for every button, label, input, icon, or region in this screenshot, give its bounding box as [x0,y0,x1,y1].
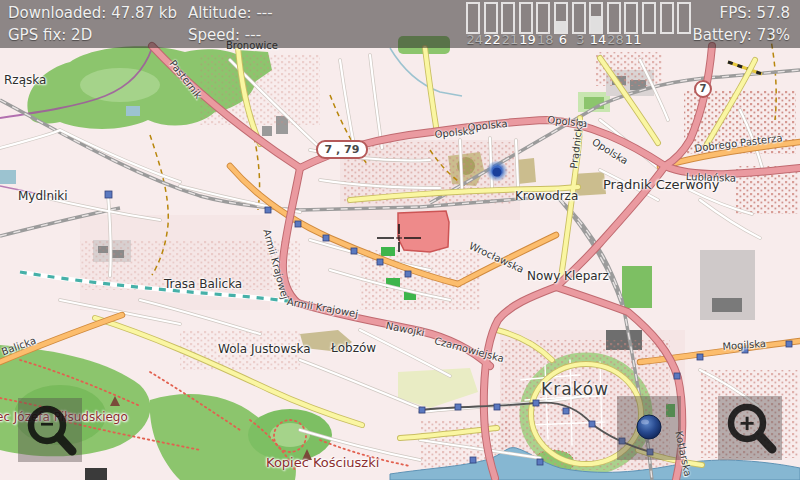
road-shield-7-79: 7 , 79 [316,140,368,159]
tile-fill [556,21,566,32]
tile-indicator [589,2,603,34]
tile-indicator [536,2,550,34]
tile-queue-number: 28 [607,32,625,47]
magnifier-minus-icon: − [18,398,82,462]
position-marker-icon [617,396,681,460]
tile-indicator [642,2,656,34]
tile-indicator [607,2,621,34]
tile-queue-number: 11 [624,32,642,47]
gps-position-marker [486,161,508,183]
tile-queue-number: 24 [466,32,484,47]
tile-download-queue [466,2,695,34]
tile-indicator [624,2,638,34]
tile-queue-number: 14 [589,32,607,47]
tile-queue-number: 21 [501,32,519,47]
road-shield-7: 7 [694,80,712,98]
tile-fill [591,16,601,32]
status-bar: Downloaded: 47.87 kb GPS fix: 2D Altitud… [0,0,800,48]
fps-status: FPS: 57.8 [720,4,790,22]
zoom-out-button[interactable]: − [18,398,82,462]
tile-queue-number: 22 [484,32,502,47]
downloaded-status: Downloaded: 47.87 kb [8,4,177,22]
tile-queue-number: 6 [554,32,572,47]
altitude-status: Altitude: --- [188,4,273,22]
tile-indicator [660,2,674,34]
gps-map-app: BronowiceRząskaMydlnikiKrowodrzaPrądnik … [0,0,800,480]
tile-queue-number: 18 [536,32,554,47]
tile-indicator [554,2,568,34]
tile-queue-number: 3 [572,32,590,47]
svg-text:+: + [739,408,754,438]
battery-status: Battery: 73% [692,26,790,44]
tile-indicator [466,2,480,34]
tile-indicator [677,2,691,34]
gps-fix-status: GPS fix: 2D [8,26,92,44]
tile-queue-numbers: 242221191863142811 [466,32,642,47]
tile-indicator [484,2,498,34]
magnifier-plus-icon: + [718,396,782,460]
tile-queue-number: 19 [519,32,537,47]
zoom-in-button[interactable]: + [718,396,782,460]
svg-text:−: − [40,410,54,437]
tile-indicator [572,2,586,34]
position-button[interactable] [617,396,681,460]
speed-status: Speed: --- [188,26,261,44]
tile-indicator [519,2,533,34]
tile-indicator [501,2,515,34]
